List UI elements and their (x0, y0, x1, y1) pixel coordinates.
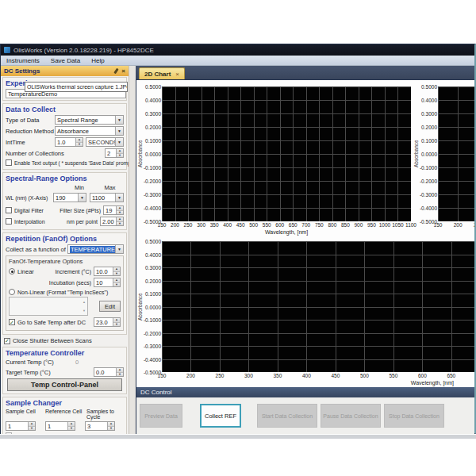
interpolation-checkbox[interactable] (6, 218, 12, 225)
min-label: Min (63, 184, 96, 191)
pin-icon[interactable] (114, 68, 119, 74)
chevron-down-icon[interactable]: ▼ (115, 127, 123, 135)
tab-close-icon[interactable]: × (175, 71, 179, 78)
nonlinear-list-input[interactable]: ▲▼ (9, 297, 88, 316)
type-of-data-select[interactable]: Spectral Range ▼ (55, 115, 124, 125)
spinner-arrows-icon[interactable]: ▲▼ (113, 318, 120, 326)
v-gridline (280, 86, 281, 221)
enable-text-output-checkbox[interactable] (6, 159, 12, 166)
y-tick-label: 0.2000 (421, 125, 437, 130)
tab-2d-chart[interactable]: 2D Chart × (139, 67, 185, 79)
chart-area: 2D Chart × Absorbance 0.50000.40000.3000… (136, 66, 474, 434)
y-tick-label: 0.4000 (421, 98, 437, 103)
spectral-range-section: Spectral-Range Options Min Max WL (nm) (… (2, 172, 127, 230)
menu-instruments[interactable]: Instruments (1, 56, 45, 65)
close-icon[interactable]: × (121, 68, 125, 74)
incubation-stepper[interactable]: 10 ▲▼ (94, 278, 121, 287)
reduction-method-select[interactable]: Absorbance ▼ (55, 126, 124, 136)
v-gridline (345, 86, 346, 221)
h-gridline (162, 294, 474, 294)
chevron-down-icon[interactable]: ▼ (115, 116, 123, 124)
nm-per-point-stepper[interactable]: 2.00 ▲▼ (100, 217, 124, 226)
x-tick-label: 800 (328, 222, 336, 228)
plot-area[interactable] (438, 86, 474, 221)
v-gridline (202, 86, 202, 221)
v-gridline (293, 86, 294, 221)
v-gridline (451, 241, 452, 372)
max-label: Max (96, 184, 124, 191)
safe-temp-checkbox[interactable]: ✓ (9, 319, 15, 325)
inttime-units-select[interactable]: SECONDS ▼ (86, 137, 124, 147)
h-gridline (162, 140, 411, 141)
spinner-arrows-icon[interactable]: ▲▼ (116, 206, 123, 214)
collections-stepper[interactable]: 2 ▲▼ (105, 148, 124, 158)
menu-help[interactable]: Help (86, 56, 109, 65)
dc-control-header: DC Control (136, 387, 474, 397)
x-tick-label: 850 (341, 222, 350, 228)
reference-cell-stepper[interactable]: 1 ▲▼ (45, 421, 75, 431)
wl-min-select[interactable]: 190 ▼ (53, 193, 86, 202)
filter-size-stepper[interactable]: 19 ▲▼ (103, 205, 124, 215)
spinner-arrows-icon[interactable]: ▲▼ (67, 422, 75, 430)
dc-settings-body: OLISWorks thermal screen capture 1.JPG E… (1, 76, 129, 434)
target-temp-stepper[interactable]: 0.0 ▲▼ (94, 367, 124, 377)
safe-temp-stepper[interactable]: 23.0 ▲▼ (94, 317, 121, 327)
spinner-arrows-icon[interactable]: ▲▼ (116, 368, 123, 376)
spinner-arrows-icon[interactable]: ▲▼ (28, 422, 35, 430)
h-gridline (162, 208, 411, 209)
x-tick-label: 300 (244, 373, 253, 378)
sample-cell-stepper[interactable]: 1 ▲▼ (6, 421, 36, 431)
collect-fn-select[interactable]: TEMPERATURE (C) ▼ (67, 244, 124, 254)
v-gridline (397, 86, 398, 221)
samples-to-cycle-stepper[interactable]: 3 ▲▼ (85, 421, 115, 431)
x-tick-label: 900 (354, 222, 363, 228)
linear-radio[interactable] (9, 268, 15, 274)
h-gridline (162, 181, 411, 182)
increment-stepper[interactable]: 10.0 ▲▼ (94, 267, 121, 276)
chevron-down-icon[interactable]: ▼ (115, 138, 123, 146)
v-gridline (254, 86, 255, 221)
digital-filter-checkbox[interactable] (6, 207, 12, 213)
spinner-arrows-icon[interactable]: ▲▼ (75, 138, 83, 146)
app-icon (4, 47, 10, 53)
x-tick-label: 400 (223, 222, 232, 228)
repetition-section: Repetition (FanOf) Options Collect as a … (2, 232, 127, 335)
y-tick-label: -0.1000 (144, 317, 161, 323)
h-gridline (162, 86, 411, 87)
spinner-arrows-icon[interactable]: ▲▼ (107, 422, 114, 430)
collect-ref-button[interactable]: Collect REF (200, 404, 241, 428)
inttime-stepper[interactable]: 1.0 ▲▼ (55, 137, 83, 147)
spinner-arrows-icon[interactable]: ▲▼ (113, 278, 120, 286)
wl-max-select[interactable]: 1100 ▼ (90, 193, 124, 202)
edit-button[interactable]: Edit (99, 301, 121, 312)
wl-axis-label: WL (nm) (X-Axis) (6, 195, 53, 201)
chart-panel: Absorbance 0.50000.40000.30000.20000.100… (136, 79, 474, 387)
chevron-down-icon[interactable]: ▼ (115, 245, 123, 253)
close-shutter-checkbox[interactable]: ✓ (4, 338, 10, 344)
h-gridline (438, 86, 474, 87)
y-tick-label: -0.2000 (144, 330, 161, 336)
temp-control-panel-button[interactable]: Temp Control-Panel (7, 378, 122, 391)
start-data-collection-button: Start Data Collection (257, 404, 317, 428)
spinner-arrows-icon[interactable]: ▲▼ (116, 149, 123, 157)
v-gridline (188, 86, 189, 221)
plot-area[interactable] (162, 86, 411, 221)
x-axis: 150200250300350400450500550600650 (162, 372, 474, 380)
v-gridline (336, 241, 336, 372)
x-tick-label: 650 (289, 222, 298, 228)
chevron-down-icon[interactable]: ▼ (78, 194, 86, 202)
menu-save-data[interactable]: Save Data (45, 56, 86, 65)
chevron-down-icon[interactable]: ▼ (115, 194, 123, 202)
spinner-arrows-icon[interactable]: ▲▼ (116, 217, 123, 225)
x-tick-label: 250 (184, 222, 193, 228)
stop-data-collection-button: Stop Data Collection (384, 404, 444, 428)
panel-splitter[interactable] (129, 66, 136, 434)
h-gridline (162, 307, 474, 308)
h-gridline (438, 167, 474, 168)
y-tick-label: 0.3000 (421, 111, 437, 117)
spinner-arrows-icon[interactable]: ▲▼ (113, 267, 120, 275)
y-tick-label: -0.4000 (144, 356, 161, 362)
spinner-arrows-icon[interactable]: ▲▼ (81, 298, 87, 315)
plot-area[interactable] (162, 241, 474, 372)
nonlinear-radio[interactable] (9, 289, 15, 295)
